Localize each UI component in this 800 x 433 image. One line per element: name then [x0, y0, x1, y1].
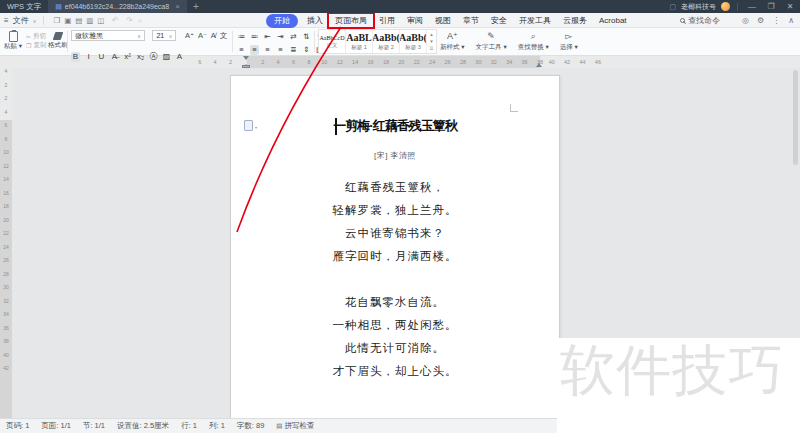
collapse-ribbon-icon[interactable]: ∧	[788, 16, 794, 25]
tab-close-icon[interactable]: ×	[175, 2, 180, 11]
vertical-ruler[interactable]: 4224681012141618202224262830323436384042	[0, 56, 12, 418]
ribbon-tab[interactable]: Acrobat	[593, 15, 633, 26]
char-scale-icon[interactable]: ⇄	[289, 32, 298, 42]
highlight-button[interactable]: ▨	[162, 52, 171, 62]
poem-line[interactable]: 一种相思，两处闲愁。	[231, 314, 559, 337]
export-pdf-icon[interactable]: ▤	[73, 16, 84, 25]
ribbon-tab[interactable]: 安全	[485, 14, 513, 27]
new-tab-button[interactable]: +	[187, 0, 205, 13]
poem-line[interactable]: 红藕香残玉簟秋，	[231, 176, 559, 199]
font-name-select[interactable]: 微软雅黑∨	[71, 30, 145, 41]
style-preset[interactable]: AaBbCcD正文	[319, 30, 346, 53]
document-page[interactable]: 一剪梅·红藕香残玉簟秋 [宋] 李清照 红藕香残玉簟秋，轻解罗裳，独上兰舟。云中…	[230, 75, 560, 419]
hamburger-icon[interactable]: ≡	[4, 16, 9, 25]
style-preset[interactable]: AaBb(标题 2	[373, 30, 400, 53]
new-style-button[interactable]: A⁺新样式 ▾	[440, 30, 465, 52]
save-icon[interactable]: ▣	[62, 16, 73, 25]
font-decrease-icon[interactable]: A⁻	[198, 31, 207, 40]
file-menu[interactable]: 文件	[13, 15, 29, 26]
font-size-select[interactable]: 21∨	[152, 30, 176, 41]
print-preview-icon[interactable]: ◫	[95, 16, 106, 25]
app-logo[interactable]: WPS 文字	[0, 2, 48, 12]
font-increase-icon[interactable]: A⁺	[185, 31, 194, 40]
indent-icon[interactable]: ⇥	[276, 32, 285, 42]
ribbon-tab[interactable]: 引用	[373, 14, 401, 27]
sort-icon[interactable]: ⇅	[302, 32, 311, 42]
ribbon-tab[interactable]: 视图	[429, 14, 457, 27]
superscript-button[interactable]: x²	[123, 52, 132, 62]
ribbon-tab[interactable]: 章节	[457, 14, 485, 27]
user-name[interactable]: 老椰科技号	[681, 2, 716, 12]
poem-byline[interactable]: [宋] 李清照	[231, 150, 559, 161]
ribbon-tab[interactable]: 审阅	[401, 14, 429, 27]
print-icon[interactable]: ▥	[84, 16, 95, 25]
cut-button[interactable]: ✂剪切	[26, 32, 46, 41]
underline-button[interactable]: U	[97, 52, 106, 62]
customize-quickbar-icon[interactable]: ○	[138, 18, 142, 24]
open-icon[interactable]: ❐	[51, 16, 62, 25]
document-tab[interactable]: ▤ ef044b6192c24...228b2a249eca8 ×	[48, 0, 187, 13]
assistant-icon[interactable]: ◎	[742, 16, 749, 25]
italic-button[interactable]: I	[84, 52, 93, 62]
poem-line[interactable]: 才下眉头，却上心头。	[231, 360, 559, 383]
poem-line[interactable]	[231, 268, 559, 291]
poem-title[interactable]: 一剪梅·红藕香残玉簟秋	[231, 117, 559, 135]
quick-access-toolbar: ❐▣▤▥◫	[51, 16, 106, 25]
strikethrough-button[interactable]: A̶	[110, 52, 119, 62]
paste-button[interactable]: 粘贴 ▾	[4, 31, 22, 51]
numbering-icon[interactable]: ≕	[250, 32, 259, 42]
font-color-button[interactable]: A	[175, 52, 184, 62]
align-left-icon[interactable]: ≡	[237, 45, 246, 55]
copy-button[interactable]: ❐复制	[26, 41, 46, 50]
bullets-icon[interactable]: ≔	[237, 32, 246, 42]
poem-line[interactable]: 雁字回时，月满西楼。	[231, 245, 559, 268]
poem-line[interactable]: 轻解罗裳，独上兰舟。	[231, 199, 559, 222]
gallery-arrow-icon[interactable]: ▼	[429, 39, 433, 44]
poem-line[interactable]: 花自飘零水自流。	[231, 291, 559, 314]
left-indent-marker[interactable]	[242, 65, 250, 68]
file-menu-caret-icon[interactable]: ∨	[33, 18, 37, 24]
message-icon[interactable]: ▢	[669, 3, 676, 11]
clear-format-icon[interactable]: A̸	[211, 31, 216, 40]
ribbon-tab[interactable]: 云服务	[557, 14, 593, 27]
ribbon-tab[interactable]: 页面布局	[329, 14, 373, 27]
select-button[interactable]: ▻选择 ▾	[560, 30, 578, 52]
format-painter-button[interactable]: 格式刷	[48, 30, 68, 50]
gallery-arrow-icon[interactable]: ☰	[429, 46, 433, 51]
restore-button[interactable]: ❐	[764, 0, 778, 13]
gear-icon[interactable]: ⚙	[757, 16, 764, 25]
poem-line[interactable]: 云中谁寄锦书来？	[231, 222, 559, 245]
toolbar-separator	[67, 31, 68, 52]
vertical-scrollbar[interactable]	[793, 70, 798, 165]
outdent-icon[interactable]: ⇤	[263, 32, 272, 42]
char-border-button[interactable]: Ⓐ	[149, 52, 158, 62]
style-preset[interactable]: AaBL标题 1	[346, 30, 373, 53]
justify-icon[interactable]: ≡	[276, 45, 285, 55]
more-icon[interactable]: ⋮	[772, 16, 780, 25]
distribute-icon[interactable]: ≣	[289, 45, 298, 55]
align-right-icon[interactable]: ≡	[263, 45, 272, 55]
line-spacing-icon[interactable]: ⇕	[302, 45, 311, 55]
spellcheck-button[interactable]: ▤ 拼写检查	[276, 421, 314, 431]
close-button[interactable]: ✕	[783, 0, 797, 13]
find-replace-button[interactable]: ⌕查找替换 ▾	[518, 30, 549, 52]
avatar[interactable]	[721, 2, 730, 11]
gallery-arrow-icon[interactable]: ▲	[429, 32, 433, 37]
undo-icon[interactable]: ↶	[110, 16, 120, 25]
right-indent-marker[interactable]	[536, 60, 542, 67]
status-item: 页面: 1/1	[41, 421, 71, 431]
poem-line[interactable]: 此情无计可消除。	[231, 337, 559, 360]
command-search[interactable]: 查找命令	[680, 15, 720, 26]
text-tool-button[interactable]: ✎文字工具 ▾	[476, 30, 507, 52]
text-effect-icon[interactable]: 文	[220, 31, 228, 40]
ribbon-tab[interactable]: 开发工具	[513, 14, 557, 27]
minimize-button[interactable]: —	[745, 0, 759, 13]
status-item: 页码: 1	[6, 421, 29, 431]
ribbon-tab[interactable]: 开始	[266, 14, 298, 28]
style-preset[interactable]: AaBb(标题 3	[400, 30, 427, 53]
align-center-icon[interactable]: ≡	[250, 45, 259, 55]
subscript-button[interactable]: x₂	[136, 52, 145, 62]
ribbon-tab[interactable]: 插入	[301, 14, 329, 27]
bold-button[interactable]: B	[71, 52, 80, 62]
redo-icon[interactable]: ↷	[124, 16, 134, 25]
